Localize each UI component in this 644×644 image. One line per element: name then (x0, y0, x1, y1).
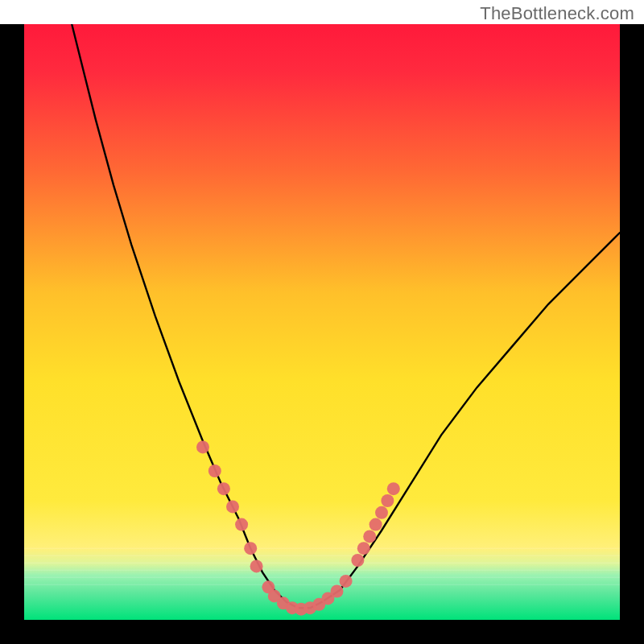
marker-dot (235, 518, 248, 531)
marker-dot (331, 585, 344, 598)
marker-dot (226, 500, 239, 513)
marker-dot (357, 542, 370, 555)
marker-dot (196, 440, 209, 453)
marker-dot (208, 464, 221, 477)
marker-dot (217, 482, 230, 495)
marker-dot (250, 559, 263, 572)
marker-dot (369, 518, 382, 531)
marker-dot (387, 482, 400, 495)
marker-dot (375, 506, 388, 519)
chart-stage: TheBottleneck.com (0, 0, 644, 644)
marker-dot (244, 542, 257, 555)
watermark-text: TheBottleneck.com (480, 3, 634, 24)
svg-rect-0 (24, 24, 620, 620)
marker-dot (381, 494, 394, 507)
marker-dot (340, 575, 353, 588)
svg-rect-9 (0, 620, 644, 644)
marker-dot (351, 554, 364, 567)
marker-dot (363, 530, 376, 543)
svg-rect-8 (620, 0, 644, 644)
svg-rect-7 (0, 0, 24, 644)
chart-svg (0, 0, 644, 644)
